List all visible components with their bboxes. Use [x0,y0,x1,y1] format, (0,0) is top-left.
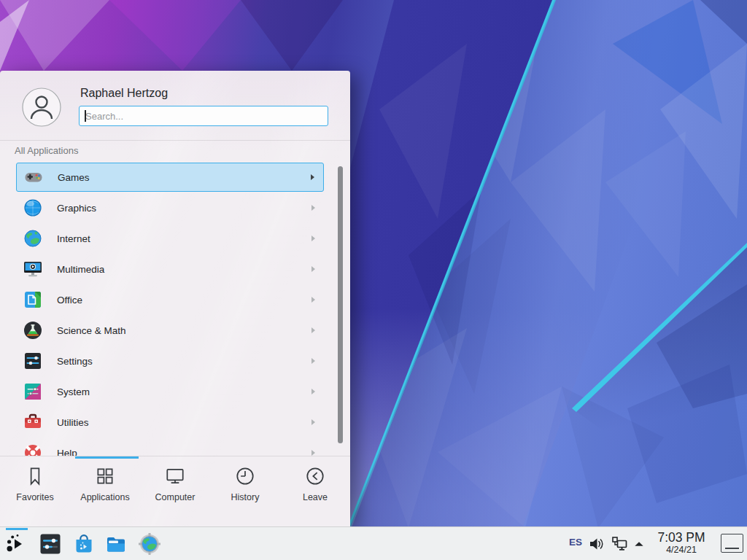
submenu-arrow-icon [311,236,315,241]
office-doc-icon [23,290,42,309]
category-label: Science & Math [57,325,126,336]
tabbar-separator [0,456,350,456]
category-label: Games [58,172,90,183]
submenu-arrow-icon [311,174,314,180]
tab-label: Leave [303,492,328,502]
category-row-settings[interactable]: Settings [16,346,324,376]
tab-leave[interactable]: Leave [280,459,350,510]
category-row-games[interactable]: Games [16,163,324,192]
category-row-office[interactable]: Office [16,284,324,315]
system-sliders-icon [23,382,42,401]
application-launcher-icon[interactable] [6,533,28,555]
taskbar-panel: ES 7:03 PM 4/24/21 [0,526,747,560]
section-label: All Applications [15,145,78,156]
category-row-science-math[interactable]: Science & Math [16,315,324,346]
category-row-graphics[interactable]: Graphics [16,192,324,223]
gamepad-icon [24,168,43,187]
lifebuoy-icon [23,443,42,456]
category-label: Utilities [57,417,89,428]
category-label: Help [57,448,77,456]
web-browser-icon[interactable] [139,533,160,555]
clock-time: 7:03 PM [650,530,713,545]
tab-computer[interactable]: Computer [140,459,210,510]
launcher-active-indicator [6,528,28,530]
media-player-icon [23,260,42,279]
leave-icon [304,465,326,487]
list-scrollbar[interactable] [338,166,343,443]
category-label: System [57,386,90,397]
text-caret [85,110,86,122]
submenu-arrow-icon [311,358,315,364]
tab-favorites[interactable]: Favorites [0,459,70,510]
category-row-utilities[interactable]: Utilities [16,407,324,438]
toolbox-icon [23,413,42,432]
globe-icon [23,229,42,248]
discover-software-center-icon[interactable] [73,533,95,555]
wired-network-icon[interactable] [611,536,627,552]
user-avatar[interactable] [22,88,61,127]
show-desktop-button[interactable] [721,534,743,553]
submenu-arrow-icon [311,327,315,333]
category-label: Internet [57,233,90,244]
keyboard-layout-indicator[interactable]: ES [566,537,585,548]
category-row-internet[interactable]: Internet [16,223,324,254]
tab-label: Computer [155,492,196,502]
tab-applications[interactable]: Applications [70,459,140,510]
category-label: Office [57,295,82,306]
category-label: Multimedia [57,264,104,275]
flask-icon [23,321,42,340]
category-label: Settings [57,356,93,367]
sliders-icon [23,351,42,370]
sphere-icon [23,198,42,217]
category-row-system[interactable]: System [16,376,324,407]
digital-clock[interactable]: 7:03 PM 4/24/21 [650,530,713,555]
system-settings-icon[interactable] [39,533,61,555]
category-list: Games Graphics Internet [0,162,350,456]
search-input[interactable] [79,106,328,126]
bookmark-icon [24,465,46,487]
monitor-icon [164,465,186,487]
header-separator [0,140,350,141]
category-row-multimedia[interactable]: Multimedia [16,254,324,284]
tab-label: Applications [80,492,129,502]
file-manager-icon[interactable] [105,533,127,555]
application-launcher-popup: Raphael Hertzog All Applications Games [0,71,350,526]
caret-up-icon[interactable] [633,536,645,552]
submenu-arrow-icon [311,266,315,272]
launcher-tab-bar: Favorites Applications Computer [0,459,350,510]
submenu-arrow-icon [311,297,315,303]
submenu-arrow-icon [311,419,315,425]
clock-icon [234,465,256,487]
submenu-arrow-icon [311,205,315,211]
tab-label: Favorites [16,492,53,502]
user-name: Raphael Hertzog [80,87,168,100]
submenu-arrow-icon [311,450,315,456]
active-tab-indicator [75,456,139,459]
clock-date: 4/24/21 [650,545,713,555]
speaker-icon[interactable] [588,536,604,552]
submenu-arrow-icon [311,389,315,394]
grid-icon [94,465,116,487]
category-label: Graphics [57,203,96,214]
tab-history[interactable]: History [210,459,280,510]
tab-label: History [231,492,260,502]
category-row-help[interactable]: Help [16,438,324,456]
